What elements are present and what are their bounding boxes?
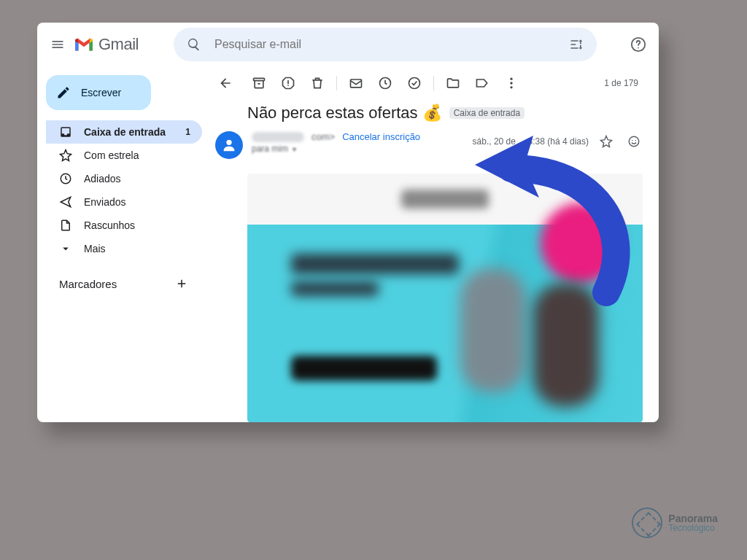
move-to-button[interactable] xyxy=(438,69,468,98)
sent-icon xyxy=(59,195,72,209)
sidebar-item-drafts[interactable]: Rascunhos xyxy=(46,214,202,237)
task-icon xyxy=(407,76,422,90)
mail-icon xyxy=(349,76,363,90)
sender-name-redacted xyxy=(252,132,304,142)
inbox-count: 1 xyxy=(185,127,190,137)
sidebar-item-snoozed[interactable]: Adiados xyxy=(46,167,202,190)
toolbar-separator xyxy=(336,76,337,90)
archive-button[interactable] xyxy=(244,69,274,98)
message-toolbar: 1 de 179 xyxy=(206,66,653,99)
search-icon xyxy=(184,34,204,55)
sidebar: Escrever Caixa de entrada 1 Com estrela … xyxy=(37,66,206,422)
inbox-icon xyxy=(59,125,72,139)
archive-icon xyxy=(252,76,266,90)
recipient-details-toggle[interactable]: ▾ xyxy=(293,145,296,153)
svg-point-11 xyxy=(226,140,231,145)
sidebar-item-label: Adiados xyxy=(84,173,121,184)
gmail-logo-text: Gmail xyxy=(98,35,139,54)
file-icon xyxy=(59,219,72,232)
plus-icon xyxy=(175,277,188,290)
label-icon xyxy=(475,76,489,90)
snooze-button[interactable] xyxy=(371,69,400,98)
recipient-line: para mim xyxy=(252,144,288,154)
delete-button[interactable] xyxy=(303,69,332,98)
watermark-logo-icon xyxy=(632,508,662,538)
message-meta: sáb., 20 de ... 3:38 (há 4 dias) xyxy=(473,131,644,152)
message-pane: 1 de 179 Não perca estas ofertas 💰 Caixa… xyxy=(206,66,659,422)
message-body-blurred xyxy=(247,174,643,422)
search-input[interactable] xyxy=(213,37,557,52)
search-options-icon[interactable] xyxy=(566,34,587,55)
sidebar-item-label: Com estrela xyxy=(84,149,139,161)
labels-title: Marcadores xyxy=(59,278,117,290)
clock-icon xyxy=(378,76,392,90)
folder-icon xyxy=(446,76,460,90)
person-icon xyxy=(221,137,237,153)
message-subject: Não perca estas ofertas 💰 xyxy=(247,104,442,122)
star-icon xyxy=(59,149,72,162)
reaction-button[interactable] xyxy=(624,131,644,152)
gmail-m-icon xyxy=(74,36,94,52)
star-icon xyxy=(600,135,613,148)
back-button[interactable] xyxy=(211,69,240,98)
svg-rect-5 xyxy=(351,79,362,88)
toolbar-separator xyxy=(433,76,434,90)
svg-point-12 xyxy=(629,137,639,147)
smile-icon xyxy=(627,135,640,148)
mark-unread-button[interactable] xyxy=(341,69,371,98)
sidebar-item-label: Caixa de entrada xyxy=(84,126,166,138)
sidebar-item-inbox[interactable]: Caixa de entrada 1 xyxy=(46,120,202,144)
report-icon xyxy=(281,76,295,90)
header-actions xyxy=(616,34,649,55)
svg-point-8 xyxy=(510,77,512,79)
sidebar-item-label: Rascunhos xyxy=(84,219,135,231)
compose-button[interactable]: Escrever xyxy=(46,75,151,110)
watermark-line1: Panorama xyxy=(668,513,718,524)
star-message-button[interactable] xyxy=(596,131,616,152)
watermark-line2: Tecnológico xyxy=(668,524,718,532)
add-label-button[interactable] xyxy=(171,273,192,294)
message-date: sáb., 20 de ... 3:38 (há 4 dias) xyxy=(473,136,589,147)
unsubscribe-link[interactable]: Cancelar inscrição xyxy=(342,131,420,142)
sender-avatar[interactable] xyxy=(215,131,243,159)
sidebar-item-label: Mais xyxy=(84,243,106,254)
arrow-left-icon xyxy=(218,76,233,90)
gmail-window: Gmail Escrever xyxy=(37,23,659,422)
search-bar[interactable] xyxy=(174,28,597,61)
message-subject-row: Não perca estas ofertas 💰 Caixa de entra… xyxy=(206,99,653,130)
sidebar-item-starred[interactable]: Com estrela xyxy=(46,144,202,167)
trash-icon xyxy=(310,76,325,90)
folder-nav: Caixa de entrada 1 Com estrela Adiados E… xyxy=(46,120,206,260)
svg-point-7 xyxy=(409,77,420,88)
add-task-button[interactable] xyxy=(400,69,429,98)
chevron-down-icon xyxy=(59,242,72,255)
svg-point-13 xyxy=(632,140,633,141)
gmail-logo[interactable]: Gmail xyxy=(74,35,139,54)
sender-info: com> Cancelar inscrição para mim ▾ xyxy=(252,131,420,154)
svg-point-9 xyxy=(510,82,512,84)
app-body: Escrever Caixa de entrada 1 Com estrela … xyxy=(37,66,659,422)
sidebar-item-more[interactable]: Mais xyxy=(46,237,202,260)
svg-rect-3 xyxy=(254,78,265,80)
spam-button[interactable] xyxy=(274,69,303,98)
main-menu-button[interactable] xyxy=(47,34,68,55)
more-actions-button[interactable] xyxy=(497,69,526,98)
sidebar-item-sent[interactable]: Enviados xyxy=(46,190,202,214)
more-vertical-icon xyxy=(504,76,519,90)
pencil-icon xyxy=(56,85,71,100)
svg-point-14 xyxy=(635,140,637,141)
hamburger-icon xyxy=(50,37,65,52)
page-count: 1 de 179 xyxy=(604,78,646,88)
sender-row: com> Cancelar inscrição para mim ▾ sáb.,… xyxy=(206,130,653,159)
app-header: Gmail xyxy=(37,23,659,66)
sidebar-item-label: Enviados xyxy=(84,196,126,208)
svg-point-1 xyxy=(638,47,639,49)
svg-point-10 xyxy=(510,86,512,88)
sender-email-suffix: com> xyxy=(311,131,335,142)
label-button[interactable] xyxy=(468,69,497,98)
help-button[interactable] xyxy=(628,34,649,55)
labels-header: Marcadores xyxy=(46,260,206,294)
svg-point-4 xyxy=(287,85,289,86)
clock-icon xyxy=(59,172,72,185)
category-chip[interactable]: Caixa de entrada xyxy=(449,107,525,119)
